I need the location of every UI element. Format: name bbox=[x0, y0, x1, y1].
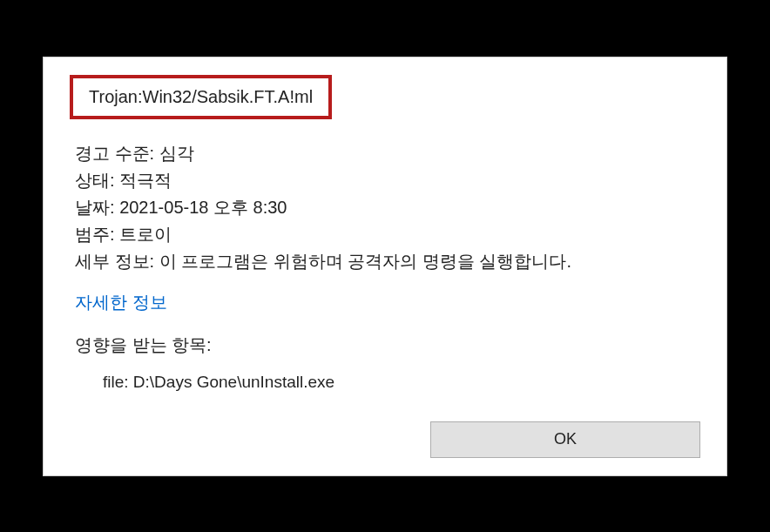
status-value: 적극적 bbox=[119, 171, 172, 190]
details-label: 세부 정보: bbox=[75, 252, 154, 271]
category-label: 범주: bbox=[75, 225, 115, 244]
threat-name: Trojan:Win32/Sabsik.FT.A!ml bbox=[89, 87, 313, 106]
details-value: 이 프로그램은 위험하며 공격자의 명령을 실행합니다. bbox=[159, 252, 571, 271]
alert-level-value: 심각 bbox=[159, 144, 194, 163]
affected-file-path: file: D:\Days Gone\unInstall.exe bbox=[103, 373, 700, 392]
alert-level-line: 경고 수준: 심각 bbox=[75, 140, 700, 167]
threat-info-block: 경고 수준: 심각 상태: 적극적 날짜: 2021-05-18 오후 8:30… bbox=[75, 140, 700, 275]
threat-details-dialog: Trojan:Win32/Sabsik.FT.A!ml 경고 수준: 심각 상태… bbox=[43, 57, 727, 476]
threat-name-highlight: Trojan:Win32/Sabsik.FT.A!ml bbox=[70, 75, 332, 119]
affected-items-section: 영향을 받는 항목: file: D:\Days Gone\unInstall.… bbox=[75, 333, 700, 392]
status-label: 상태: bbox=[75, 171, 115, 190]
status-line: 상태: 적극적 bbox=[75, 167, 700, 194]
more-info-link[interactable]: 자세한 정보 bbox=[75, 291, 167, 314]
button-row: OK bbox=[70, 421, 700, 458]
affected-items-title: 영향을 받는 항목: bbox=[75, 333, 700, 357]
details-line: 세부 정보: 이 프로그램은 위험하며 공격자의 명령을 실행합니다. bbox=[75, 248, 700, 275]
alert-level-label: 경고 수준: bbox=[75, 144, 154, 163]
date-line: 날짜: 2021-05-18 오후 8:30 bbox=[75, 194, 700, 221]
date-value: 2021-05-18 오후 8:30 bbox=[119, 198, 287, 217]
date-label: 날짜: bbox=[75, 198, 115, 217]
ok-button[interactable]: OK bbox=[430, 421, 700, 458]
category-line: 범주: 트로이 bbox=[75, 221, 700, 248]
category-value: 트로이 bbox=[119, 225, 172, 244]
